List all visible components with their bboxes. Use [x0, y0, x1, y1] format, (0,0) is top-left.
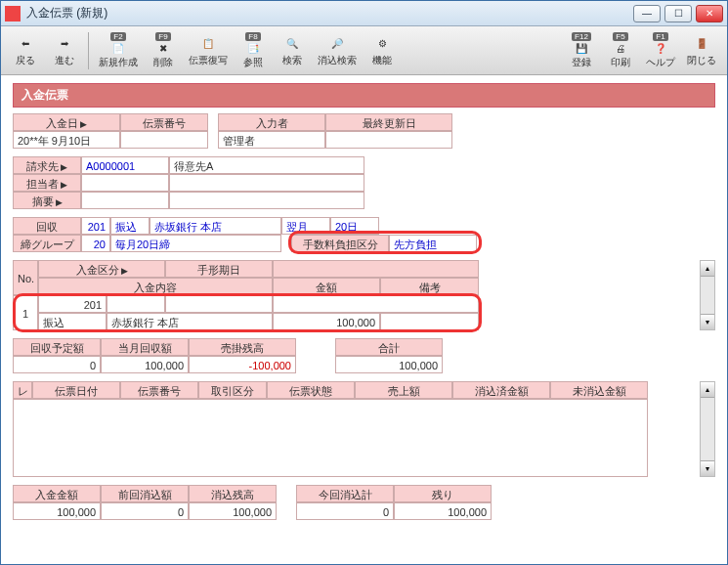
- col-no: No.: [13, 260, 38, 295]
- row1-no: 1: [13, 295, 38, 330]
- help-icon: ❓: [650, 42, 671, 55]
- date-label: 入金日▶: [13, 113, 120, 131]
- history-scrollbar[interactable]: ▴ ▾: [700, 381, 715, 477]
- titlebar: 入金伝票 (新規) — ☐ ✕: [1, 1, 727, 26]
- col-blank: [273, 260, 479, 278]
- person-label: 担当者▶: [13, 174, 81, 192]
- fbal-value: 100,000: [189, 502, 277, 520]
- line-row[interactable]: 1 201 振込 赤坂銀行 本店 100,000: [13, 295, 700, 330]
- in-label: 入金金額: [13, 485, 101, 502]
- new-button[interactable]: F2📄新規作成: [94, 29, 143, 72]
- slipno-label: 伝票番号: [120, 113, 208, 131]
- scroll-up-icon[interactable]: ▴: [701, 382, 714, 398]
- row1-memo[interactable]: [380, 313, 479, 330]
- billto-code-field[interactable]: A0000001: [81, 156, 169, 174]
- hcol-cleared: 消込済金額: [452, 381, 550, 399]
- forward-arrow-icon: ➡: [54, 33, 75, 53]
- row1-bank: 赤坂銀行 本店: [107, 313, 273, 330]
- scroll-down-icon[interactable]: ▾: [701, 314, 714, 329]
- slip-copy-button[interactable]: 📋伝票復写: [184, 29, 233, 72]
- back-button[interactable]: ⬅戻る: [7, 29, 44, 72]
- hcol-sales: 売上額: [355, 381, 452, 399]
- print-button[interactable]: F5🖨印刷: [602, 29, 639, 72]
- remark-label: 摘要▶: [13, 192, 81, 209]
- closegrp-name: 毎月20日締: [110, 235, 281, 252]
- app-icon: [5, 6, 21, 22]
- forward-button[interactable]: ➡進む: [46, 29, 83, 72]
- history-body[interactable]: [13, 399, 648, 477]
- clear-search-icon: 🔎: [326, 33, 348, 53]
- gear-icon: ⚙: [371, 33, 393, 53]
- recovery-day: 20日: [330, 217, 379, 235]
- content-area: 入金伝票 入金日▶ 伝票番号 入力者 最終更新日 20**年 9月10日 管理者…: [1, 75, 727, 564]
- plan-value: 0: [13, 356, 101, 373]
- door-icon: 🚪: [691, 33, 712, 53]
- month-value: 100,000: [101, 356, 189, 373]
- lines-scrollbar[interactable]: ▴ ▾: [700, 260, 715, 330]
- recovery-code[interactable]: 201: [81, 217, 110, 235]
- entered-label: 入力者: [218, 113, 325, 131]
- bal-label: 売掛残高: [189, 338, 296, 356]
- closegrp-code[interactable]: 20: [81, 235, 110, 252]
- fee-value[interactable]: 先方負担: [389, 235, 477, 252]
- prev-label: 前回消込額: [101, 485, 189, 502]
- row1-notedate[interactable]: [165, 295, 273, 313]
- bal-value: -100,000: [189, 356, 296, 373]
- col-memo: 備考: [380, 278, 479, 295]
- clear-search-button[interactable]: 🔎消込検索: [313, 29, 362, 72]
- maximize-button[interactable]: ☐: [664, 5, 692, 22]
- register-button[interactable]: F12💾登録: [563, 29, 600, 72]
- fee-label: 手数料負担区分: [291, 235, 389, 252]
- rem-value: 100,000: [394, 502, 492, 520]
- remark-code-field[interactable]: [81, 192, 169, 209]
- panel-title: 入金伝票: [13, 83, 715, 108]
- hcol-tkbn: 取引区分: [198, 381, 267, 399]
- remark-text-field[interactable]: [169, 192, 364, 209]
- reference-button[interactable]: F8📑参照: [235, 29, 272, 72]
- billto-label: 請求先▶: [13, 156, 81, 174]
- updated-field: [325, 131, 452, 149]
- back-arrow-icon: ⬅: [15, 33, 36, 53]
- close-button[interactable]: 🚪閉じる: [682, 29, 721, 72]
- slipno-field[interactable]: [120, 131, 208, 149]
- row1-blank2[interactable]: [273, 295, 479, 313]
- recovery-month: 翌月: [281, 217, 330, 235]
- search-button[interactable]: 🔍検索: [274, 29, 311, 72]
- toolbar: ⬅戻る ➡進む F2📄新規作成 F9✖削除 📋伝票復写 F8📑参照 🔍検索 🔎消…: [1, 26, 727, 75]
- scroll-up-icon[interactable]: ▴: [701, 261, 714, 277]
- function-button[interactable]: ⚙機能: [364, 29, 401, 72]
- sum-label: 合計: [335, 338, 443, 356]
- row1-blank1[interactable]: [107, 295, 165, 313]
- hcol-date: 伝票日付: [32, 381, 120, 399]
- scroll-down-icon[interactable]: ▾: [701, 460, 714, 476]
- help-button[interactable]: F1❓ヘルプ: [641, 29, 680, 72]
- col-kbn: 入金区分▶: [38, 260, 165, 278]
- this-label: 今回消込計: [296, 485, 394, 502]
- search-icon: 🔍: [281, 33, 303, 53]
- this-value: 0: [296, 502, 394, 520]
- hcol-state: 伝票状態: [267, 381, 355, 399]
- row1-amount[interactable]: 100,000: [273, 313, 380, 330]
- copy-icon: 📋: [197, 33, 219, 53]
- month-label: 当月回収額: [101, 338, 189, 356]
- closegrp-label: 締グループ: [13, 235, 81, 252]
- hcol-check: レ: [13, 381, 32, 399]
- fbal-label: 消込残高: [189, 485, 277, 502]
- delete-icon: ✖: [152, 42, 174, 55]
- person-code-field[interactable]: [81, 174, 169, 192]
- print-icon: 🖨: [610, 42, 631, 55]
- col-content: 入金内容: [38, 278, 273, 295]
- date-field[interactable]: 20**年 9月10日: [13, 131, 120, 149]
- delete-button[interactable]: F9✖削除: [145, 29, 182, 72]
- recovery-label: 回収: [13, 217, 81, 235]
- minimize-button[interactable]: —: [633, 5, 661, 22]
- prev-value: 0: [101, 502, 189, 520]
- row1-code[interactable]: 201: [38, 295, 107, 313]
- recovery-bank: 赤坂銀行 本店: [150, 217, 281, 235]
- recovery-type: 振込: [110, 217, 150, 235]
- col-notedate: 手形期日: [165, 260, 273, 278]
- row1-type: 振込: [38, 313, 107, 330]
- entered-field: 管理者: [218, 131, 325, 149]
- new-doc-icon: 📄: [107, 42, 129, 55]
- close-window-button[interactable]: ✕: [696, 5, 723, 22]
